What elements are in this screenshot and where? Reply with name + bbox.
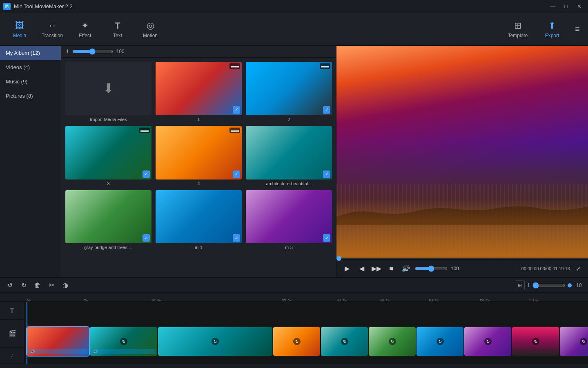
transition-icon: ↔ [48, 20, 57, 31]
media-item-2[interactable]: ▬▬ ✓ 2 [246, 62, 332, 122]
media-item-3[interactable]: ▬▬ ✓ 3 [65, 126, 151, 186]
track-labels: T 🎬 ♪ [0, 302, 24, 364]
media-browser: 1 100 ⬇ Import Media Files ▬▬ [61, 46, 336, 277]
video-clip-10[interactable]: ↻ [560, 327, 588, 356]
zoom-max: 10 [574, 283, 584, 288]
clip-2-audio: 🔊 [91, 349, 156, 354]
video-clip-1[interactable]: 🔊 [27, 327, 89, 356]
video-clip-7[interactable]: ↻ [416, 327, 463, 356]
media-item-7[interactable]: ✓ m-1 [156, 190, 242, 250]
minimize-button[interactable]: — [547, 1, 559, 12]
stop-button[interactable]: ■ [385, 263, 397, 274]
import-media-label: Import Media Files [65, 117, 151, 122]
clip-8-rotate-icon: ↻ [484, 338, 492, 345]
prev-frame-button[interactable]: ◀ [356, 263, 368, 274]
video-icon-4: ▬▬ [231, 128, 239, 132]
toolbar-text-button[interactable]: T Text [101, 15, 134, 44]
media-label-6: gray-bridge-and-trees-... [65, 245, 151, 250]
close-button[interactable]: ✕ [573, 1, 585, 12]
slider-value-label: 100 [116, 49, 125, 54]
sidebar-item-videos[interactable]: Videos (4) [0, 60, 61, 74]
zoom-control: ⊞ 1 10 [515, 280, 584, 290]
mask-button[interactable]: ◑ [60, 280, 71, 291]
timeline-toolbar: ↺ ↻ 🗑 ✂ ◑ ⊞ 1 10 [0, 278, 588, 293]
import-media-item[interactable]: ⬇ Import Media Files [65, 62, 151, 122]
preview-time: 00:00:00.00/00:01:19.13 [521, 266, 570, 271]
cut-button[interactable]: ✂ [46, 280, 57, 291]
check-4: ✓ [233, 171, 240, 178]
toolbar-export-button[interactable]: ⬆ Export [536, 15, 568, 44]
toolbar-motion-button[interactable]: ◎ Motion [134, 15, 167, 44]
video-clip-5[interactable]: ↻ [321, 327, 368, 356]
sidebar-item-pictures[interactable]: Pictures (8) [0, 89, 61, 103]
preview-frame [336, 46, 588, 258]
video-clip-4[interactable]: ↻ [273, 327, 320, 356]
ruler-mark-445s: 44.5s [337, 299, 347, 302]
video-badge-1: ▬▬ [229, 63, 240, 69]
media-grid: ⬇ Import Media Files ▬▬ ✓ 1 [61, 58, 336, 277]
video-icon-1: ▬▬ [231, 64, 239, 68]
zoom-slider[interactable] [72, 48, 113, 55]
music-track [24, 359, 588, 364]
preview-progress-bar[interactable] [336, 258, 588, 259]
main-toolbar: 🖼 Media ↔ Transition ✦ Effect T Text ◎ M… [0, 13, 588, 46]
media-item-4[interactable]: ▬▬ ✓ 4 [156, 126, 242, 186]
main-area: My Album (12) Videos (4) Music (9) Pictu… [0, 46, 588, 277]
clip-2-audio-icon: 🔊 [93, 350, 98, 354]
ruler-mark-7s: 7s [84, 299, 88, 302]
video-badge-4: ▬▬ [229, 128, 240, 133]
left-panel: My Album (12) Videos (4) Music (9) Pictu… [0, 46, 61, 277]
volume-slider[interactable] [415, 265, 448, 272]
media-item-5[interactable]: ✓ architecture-beautiful... [246, 126, 332, 186]
ruler-mark-379s: 37.9s [282, 299, 292, 302]
toolbar-effect-button[interactable]: ✦ Effect [69, 15, 101, 44]
ruler-mark-11m: 1.1m [529, 299, 538, 302]
sidebar-item-my-album[interactable]: My Album (12) [0, 46, 61, 60]
video-clip-6[interactable]: ↻ [369, 327, 416, 356]
video-clip-9[interactable]: ↻ [512, 327, 559, 356]
redo-button[interactable]: ↻ [18, 280, 29, 291]
media-item-8[interactable]: ✓ m-3 [246, 190, 332, 250]
sidebar-item-music[interactable]: Music (9) [0, 74, 61, 89]
track-area[interactable]: 🔊 ↻ 🔊 [24, 302, 588, 364]
toolbar-transition-button[interactable]: ↔ Transition [36, 15, 69, 44]
template-label: Template [508, 33, 528, 38]
volume-icon: 🔊 [400, 263, 412, 274]
video-badge-2: ▬▬ [320, 63, 330, 69]
toolbar-media-button[interactable]: 🖼 Media [3, 15, 36, 44]
media-item-6[interactable]: ✓ gray-bridge-and-trees-... [65, 190, 151, 250]
track-content: 🔊 ↻ 🔊 [24, 302, 588, 364]
import-icon: ⬇ [103, 81, 114, 96]
maximize-button[interactable]: □ [560, 1, 572, 12]
export-icon: ⬆ [548, 20, 556, 31]
text-track [24, 302, 588, 324]
titlebar: M MiniTool MovieMaker 2.2 — □ ✕ [0, 0, 588, 13]
ruler-mark-0s: 0s [27, 299, 31, 302]
app-title: MiniTool MovieMaker 2.2 [14, 3, 73, 9]
menu-button[interactable]: ≡ [570, 22, 585, 37]
media-item-1[interactable]: ▬▬ ✓ 1 [156, 62, 242, 122]
play-button[interactable]: ▶ [341, 263, 353, 274]
text-track-icon: T [10, 307, 14, 314]
next-frame-button[interactable]: ▶▶ [371, 263, 382, 274]
video-icon-2: ▬▬ [321, 64, 329, 68]
delete-button[interactable]: 🗑 [32, 280, 43, 291]
check-6: ✓ [143, 234, 150, 242]
video-clip-8[interactable]: ↻ [464, 327, 511, 356]
ruler-mark-545s: 54.5s [429, 299, 439, 302]
video-clips-container: 🔊 ↻ 🔊 [24, 324, 588, 359]
zoom-icon[interactable]: ⊞ [515, 280, 525, 290]
toolbar-template-button[interactable]: ⊞ Template [501, 15, 534, 44]
timeline-scrollbar[interactable] [0, 364, 588, 368]
video-clip-3[interactable]: ↻ [158, 327, 272, 356]
expand-button[interactable]: ⤢ [573, 264, 583, 274]
media-label: Media [13, 33, 27, 38]
clip-7-rotate-icon: ↻ [437, 338, 444, 345]
clip-10-rotate-icon: ↻ [580, 338, 587, 345]
clip-9-rotate-icon: ↻ [532, 338, 539, 345]
clip-4-rotate-icon: ↻ [293, 338, 301, 345]
check-3: ✓ [143, 171, 150, 178]
undo-button[interactable]: ↺ [4, 280, 16, 291]
video-clip-2[interactable]: ↻ 🔊 [90, 327, 157, 356]
timeline-zoom-slider[interactable] [532, 282, 565, 289]
